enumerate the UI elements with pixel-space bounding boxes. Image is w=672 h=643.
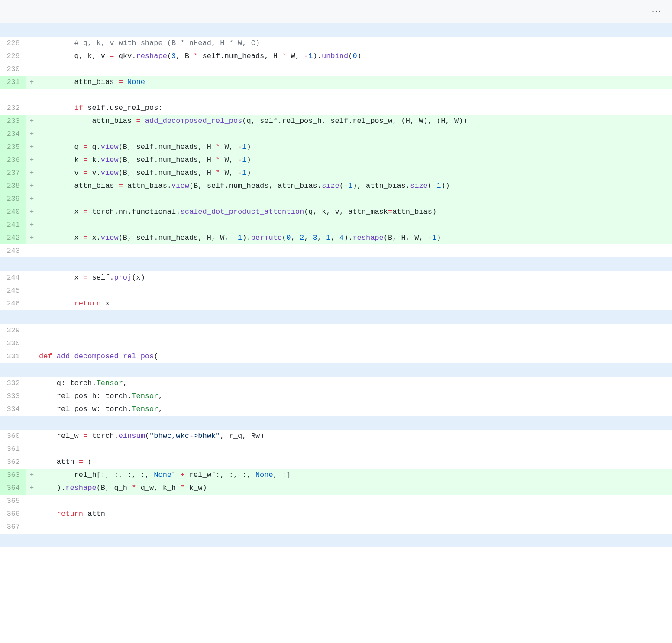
line-marker <box>26 390 37 403</box>
line-number: 245 <box>0 284 26 297</box>
line-number: 242 <box>0 231 26 244</box>
diff-line: 242+ x = x.view(B, self.num_heads, H, W,… <box>0 231 672 244</box>
diff-line: 366 return attn <box>0 508 672 521</box>
line-number: 236 <box>0 154 26 167</box>
line-number <box>0 536 26 545</box>
diff-line: 362 attn = ( <box>0 456 672 469</box>
line-number: 239 <box>0 193 26 206</box>
line-code <box>37 443 672 456</box>
line-marker <box>26 63 37 76</box>
line-marker: + <box>26 128 37 141</box>
line-code: x = self.proj(x) <box>37 271 672 284</box>
line-marker: + <box>26 482 37 495</box>
line-marker: + <box>26 115 37 128</box>
line-number: 232 <box>0 102 26 115</box>
line-code <box>37 313 672 322</box>
line-code <box>37 418 672 427</box>
line-marker <box>26 536 37 545</box>
line-number: 333 <box>0 390 26 403</box>
diff-line: 232 if self.use_rel_pos: <box>0 102 672 115</box>
line-marker <box>26 37 37 50</box>
line-marker: + <box>26 141 37 154</box>
line-code: x = torch.nn.functional.scaled_dot_produ… <box>37 206 672 219</box>
line-number: 365 <box>0 495 26 508</box>
diff-body: 228 # q, k, v with shape (B * nHead, H *… <box>0 23 672 547</box>
line-number: 246 <box>0 297 26 310</box>
line-number: 235 <box>0 141 26 154</box>
line-code: q = q.view(B, self.num_heads, H * W, -1) <box>37 141 672 154</box>
hunk-header <box>0 534 672 547</box>
line-number: 334 <box>0 403 26 416</box>
line-marker <box>26 271 37 284</box>
line-marker <box>26 377 37 390</box>
line-marker <box>26 443 37 456</box>
line-marker <box>26 284 37 297</box>
line-number: 330 <box>0 337 26 350</box>
diff-line: 365 <box>0 495 672 508</box>
hunk-header <box>0 23 672 37</box>
line-marker <box>26 313 37 322</box>
line-marker: + <box>26 231 37 244</box>
hunk-header <box>0 416 672 430</box>
line-code: rel_w = torch.einsum("bhwc,wkc->bhwk", r… <box>37 430 672 443</box>
line-marker: + <box>26 76 37 89</box>
line-number: 244 <box>0 271 26 284</box>
diff-line: 331def add_decomposed_rel_pos( <box>0 350 672 363</box>
line-code <box>37 260 672 269</box>
line-number: 360 <box>0 430 26 443</box>
line-marker <box>26 102 37 115</box>
diff-line: 237+ v = v.view(B, self.num_heads, H * W… <box>0 167 672 180</box>
line-marker: + <box>26 167 37 180</box>
line-code <box>37 284 672 297</box>
diff-line: 333 rel_pos_h: torch.Tensor, <box>0 390 672 403</box>
diff-line: 363+ rel_h[:, :, :, :, None] + rel_w[:, … <box>0 469 672 482</box>
line-code <box>37 244 672 257</box>
diff-line: 361 <box>0 443 672 456</box>
line-number <box>0 366 26 374</box>
line-code <box>37 536 672 545</box>
line-code: rel_h[:, :, :, :, None] + rel_w[:, :, :,… <box>37 469 672 482</box>
line-code: return x <box>37 297 672 310</box>
line-code: q, k, v = qkv.reshape(3, B * self.num_he… <box>37 50 672 63</box>
line-number: 237 <box>0 167 26 180</box>
line-code: if self.use_rel_pos: <box>37 102 672 115</box>
line-marker: + <box>26 469 37 482</box>
line-marker <box>26 50 37 63</box>
line-marker: + <box>26 219 37 231</box>
line-code: attn_bias = add_decomposed_rel_pos(q, se… <box>37 115 672 128</box>
line-code <box>37 128 672 141</box>
line-number: 364 <box>0 482 26 495</box>
line-code <box>37 26 672 34</box>
diff-line: 229 q, k, v = qkv.reshape(3, B * self.nu… <box>0 50 672 63</box>
line-code: x = x.view(B, self.num_heads, H, W, -1).… <box>37 231 672 244</box>
line-marker <box>26 495 37 508</box>
blank-separator <box>0 89 672 102</box>
line-code <box>37 324 672 337</box>
line-marker: + <box>26 193 37 206</box>
line-marker <box>26 26 37 34</box>
line-code <box>37 366 672 374</box>
line-number: 331 <box>0 350 26 363</box>
line-marker: + <box>26 180 37 193</box>
kebab-icon: ··· <box>652 6 662 16</box>
diff-line: 238+ attn_bias = attn_bias.view(B, self.… <box>0 180 672 193</box>
line-code: attn = ( <box>37 456 672 469</box>
line-code: attn_bias = attn_bias.view(B, self.num_h… <box>37 180 672 193</box>
line-number: 230 <box>0 63 26 76</box>
line-number <box>0 26 26 34</box>
diff-line: 231+ attn_bias = None <box>0 76 672 89</box>
more-options-button[interactable]: ··· <box>648 5 665 17</box>
line-number: 234 <box>0 128 26 141</box>
line-marker <box>26 418 37 427</box>
diff-line: 241+ <box>0 219 672 231</box>
diff-line: 244 x = self.proj(x) <box>0 271 672 284</box>
diff-container: ··· 228 # q, k, v with shape (B * nHead,… <box>0 0 672 547</box>
diff-line: 239+ <box>0 193 672 206</box>
diff-line: 240+ x = torch.nn.functional.scaled_dot_… <box>0 206 672 219</box>
line-number <box>0 260 26 269</box>
line-code: q: torch.Tensor, <box>37 377 672 390</box>
line-code <box>37 193 672 206</box>
diff-line: 332 q: torch.Tensor, <box>0 377 672 390</box>
diff-header: ··· <box>0 0 672 23</box>
diff-line: 364+ ).reshape(B, q_h * q_w, k_h * k_w) <box>0 482 672 495</box>
